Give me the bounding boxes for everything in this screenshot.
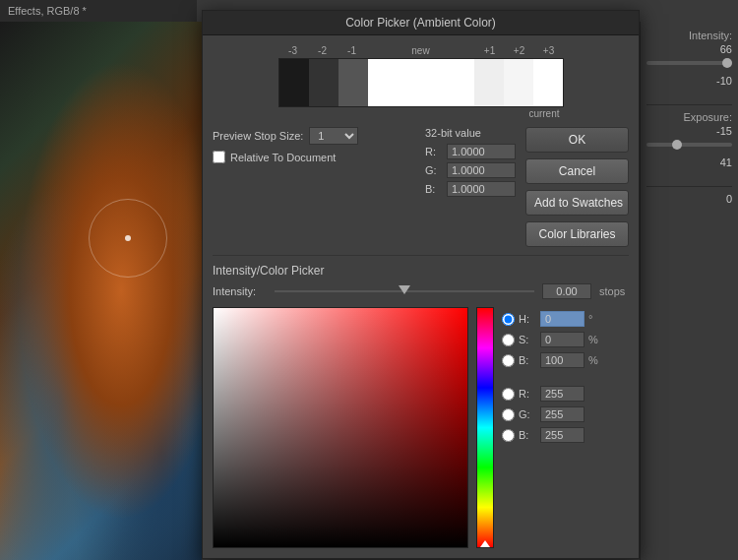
- hue-slider[interactable]: [476, 307, 494, 548]
- swatch-neg2[interactable]: [309, 59, 338, 106]
- h-radio[interactable]: [502, 313, 515, 326]
- swatch-pos3[interactable]: [533, 59, 563, 106]
- strip-label-pos3: +3: [534, 45, 564, 56]
- intensity-row: Intensity: stops: [213, 283, 629, 299]
- swatch-neg1[interactable]: [338, 59, 368, 106]
- swatch-new[interactable]: [368, 59, 474, 106]
- right-divider-1: [646, 104, 732, 105]
- swatch-pos2[interactable]: [504, 59, 533, 106]
- strip-label-neg1: -1: [338, 45, 367, 56]
- relative-to-doc-row: Relative To Document: [213, 151, 415, 163]
- b-rgb-input-row: B:: [502, 427, 603, 443]
- s-input-row: S: %: [502, 332, 603, 347]
- cancel-button[interactable]: Cancel: [525, 158, 629, 184]
- color-gradient-square[interactable]: [213, 307, 468, 548]
- turtle-image: [0, 22, 202, 560]
- r-rgb-radio[interactable]: [502, 388, 515, 401]
- r-value-input[interactable]: [447, 144, 516, 159]
- color-gradient: [214, 308, 467, 547]
- h-unit: °: [588, 313, 603, 325]
- g-value-input[interactable]: [447, 162, 516, 178]
- b-value-input[interactable]: [447, 181, 516, 197]
- exposure-value-right: -15: [646, 125, 732, 137]
- ellipse-center-dot: [125, 235, 131, 241]
- h-input[interactable]: [540, 311, 584, 327]
- canvas-area: [0, 22, 202, 560]
- r-value-row: R:: [425, 144, 516, 159]
- color-inputs-section: H: ° S: % B: %: [502, 307, 603, 443]
- b-value-row: B:: [425, 181, 516, 197]
- b-unit: %: [588, 354, 603, 366]
- swatch-neg3[interactable]: [279, 59, 309, 106]
- r-rgb-input-row: R:: [502, 386, 603, 402]
- strip-current-label: current: [278, 108, 564, 119]
- intensity-slider-right[interactable]: [646, 59, 732, 67]
- intensity-unit: stops: [599, 285, 629, 297]
- s-radio[interactable]: [502, 334, 515, 346]
- bit-values-section: 32-bit value R: G: B:: [425, 127, 516, 197]
- intensity-section: Intensity/Color Picker Intensity: stops: [213, 255, 629, 299]
- swatch-pos1[interactable]: [474, 59, 504, 106]
- b-input[interactable]: [540, 352, 584, 368]
- relative-to-doc-checkbox[interactable]: [213, 151, 225, 163]
- buttons-column: OK Cancel Add to Swatches Color Librarie…: [525, 127, 629, 247]
- g-rgb-input-row: G:: [502, 406, 603, 422]
- b-channel-label: B:: [425, 183, 443, 195]
- preview-stop-label: Preview Stop Size:: [213, 130, 303, 142]
- right-num1: 41: [646, 156, 732, 168]
- s-label: S:: [519, 334, 536, 345]
- exposure-slider-right[interactable]: [646, 141, 732, 149]
- left-controls: Preview Stop Size: 1 2 3 Relative To Doc…: [213, 127, 415, 163]
- preview-stop-select[interactable]: 1 2 3: [309, 127, 358, 145]
- add-to-swatches-button[interactable]: Add to Swatches: [525, 190, 629, 216]
- right-num2: 0: [646, 193, 732, 205]
- g-channel-label: G:: [425, 164, 443, 176]
- b-rgb-input[interactable]: [540, 427, 584, 443]
- controls-row: Preview Stop Size: 1 2 3 Relative To Doc…: [213, 127, 629, 247]
- color-strip[interactable]: [278, 58, 564, 107]
- ok-button[interactable]: OK: [525, 127, 629, 153]
- s-input[interactable]: [540, 332, 584, 347]
- intensity-thumb[interactable]: [399, 285, 410, 294]
- color-strip-section: -3 -2 -1 new +1 +2 +3 current: [213, 45, 629, 119]
- intensity-label: Intensity:: [213, 285, 267, 297]
- bit-title: 32-bit value: [425, 127, 516, 139]
- color-picker-dialog: Color Picker (Ambient Color) -3 -2 -1 ne…: [202, 10, 640, 559]
- title-bar: Effects, RGB/8 *: [0, 0, 197, 22]
- intensity-value-input[interactable]: [542, 283, 591, 299]
- r-channel-label: R:: [425, 146, 443, 157]
- b-label: B:: [519, 354, 536, 366]
- h-label: H:: [519, 313, 536, 325]
- strip-label-pos1: +1: [475, 45, 505, 56]
- g-rgb-radio[interactable]: [502, 408, 515, 421]
- b-radio[interactable]: [502, 354, 515, 367]
- strip-label-neg2: -2: [308, 45, 338, 56]
- dialog-title: Color Picker (Ambient Color): [203, 11, 639, 35]
- b-input-row: B: %: [502, 352, 603, 368]
- color-libraries-button[interactable]: Color Libraries: [525, 221, 629, 247]
- intensity-label-right: Intensity:: [646, 30, 732, 41]
- strip-labels-row: -3 -2 -1 new +1 +2 +3: [278, 45, 564, 56]
- intensity-slider[interactable]: [275, 283, 534, 299]
- g-rgb-input[interactable]: [540, 406, 584, 422]
- g-rgb-label: G:: [519, 408, 536, 420]
- h-input-row: H: °: [502, 311, 603, 327]
- preview-stop-row: Preview Stop Size: 1 2 3: [213, 127, 415, 145]
- r-rgb-input[interactable]: [540, 386, 584, 402]
- title-bar-text: Effects, RGB/8 *: [8, 5, 87, 17]
- strip-new-label: new: [367, 45, 475, 56]
- strip-label-neg3: -3: [278, 45, 308, 56]
- intensity-minus-right: -10: [646, 75, 732, 87]
- hue-gradient: [477, 308, 493, 547]
- b-rgb-label: B:: [519, 429, 536, 441]
- b-rgb-radio[interactable]: [502, 429, 515, 442]
- ellipse-tool-circle: [89, 199, 167, 278]
- intensity-section-title: Intensity/Color Picker: [213, 264, 629, 278]
- g-value-row: G:: [425, 162, 516, 178]
- color-picker-area: H: ° S: % B: %: [213, 307, 629, 548]
- right-panel: Intensity: 66 -10 Exposure: -15 41 0: [640, 22, 738, 560]
- relative-to-doc-label: Relative To Document: [230, 152, 336, 163]
- intensity-value-right: 66: [646, 43, 732, 55]
- r-rgb-label: R:: [519, 388, 536, 400]
- dialog-body: -3 -2 -1 new +1 +2 +3 current: [203, 35, 639, 558]
